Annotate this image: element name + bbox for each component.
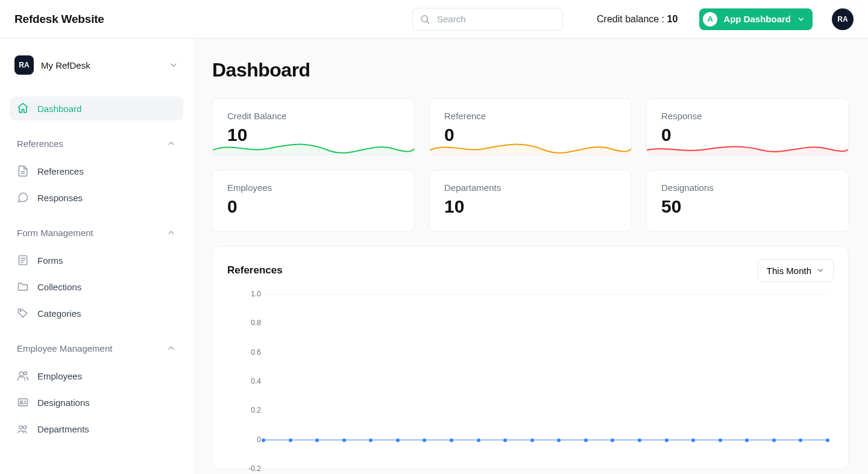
chart-line [263,440,828,440]
chart-point [638,438,641,442]
stat-label: Employees [227,182,400,193]
y-axis-tick: 1.0 [227,290,261,298]
chart-point [826,438,829,442]
chart-point [665,438,668,442]
home-icon [17,102,29,114]
workspace-badge: RA [14,55,34,75]
sidebar-item-dashboard[interactable]: Dashboard [10,96,183,120]
y-axis-tick: 0.2 [227,406,261,414]
sparkline [647,137,849,155]
chevron-down-icon [169,60,178,70]
chart-point [691,438,695,442]
period-label: This Month [767,266,811,276]
chart-point [584,438,588,442]
sidebar-item-label: Designations [37,398,90,408]
sidebar-item-label: Responses [37,193,83,203]
section-label: References [17,139,63,149]
chart-point [745,438,749,442]
sidebar-item-label: Dashboard [37,104,81,114]
stats-grid: Credit Balance 10 Reference 0 Response 0… [212,98,849,232]
stat-card-designations: Designations 50 [646,170,849,232]
chart-point [799,438,802,442]
credit-label: Credit balance : [597,14,667,24]
tag-icon [17,307,29,319]
stat-label: Departaments [444,182,617,193]
chart-card: References This Month 1.00.80.60.40.20-0… [212,246,849,469]
chart-point [503,438,507,442]
section-label: Form Management [17,228,93,238]
chevron-up-icon [166,228,176,237]
chat-icon [17,192,29,204]
sidebar-item-departments[interactable]: Departments [10,417,183,441]
svg-point-8 [20,310,21,311]
stat-label: Credit Balance [227,111,400,121]
stat-card-reference: Reference 0 [429,98,632,155]
id-card-icon [17,396,29,408]
chevron-down-icon [797,15,805,23]
sidebar-item-categories[interactable]: Categories [10,301,183,325]
sidebar: RA My RefDesk Dashboard References Refer… [0,39,193,474]
chart-gridline [263,294,828,295]
svg-point-9 [19,372,24,376]
page-title: Dashboard [212,59,849,81]
chart-point [477,438,480,442]
sidebar-item-references[interactable]: References [10,159,183,183]
document-icon [17,165,29,177]
chart-point [369,438,373,442]
svg-point-0 [421,16,428,22]
stat-card-employees: Employees 0 [212,170,415,232]
stat-value: 0 [227,196,400,217]
chart-head: References This Month [227,259,834,282]
section-employee-head[interactable]: Employee Management [10,337,183,359]
app-dashboard-label: App Dashboard [723,14,791,24]
y-axis-tick: 0.6 [227,348,261,357]
main: Dashboard Credit Balance 10 Reference 0 … [193,39,868,474]
chart-point [396,438,400,442]
sidebar-item-designations[interactable]: Designations [10,390,183,414]
y-axis-tick: 0.4 [227,377,261,385]
folder-icon [17,281,29,293]
section-references-head[interactable]: References [10,133,183,154]
sparkline [430,137,632,155]
credit-balance: Credit balance : 10 [597,14,678,25]
chart-point [450,438,453,442]
chart-point [315,438,319,442]
sidebar-item-label: References [37,166,84,176]
svg-point-12 [20,401,22,403]
sidebar-item-responses[interactable]: Responses [10,186,183,210]
stat-label: Response [661,111,834,121]
app-dashboard-button[interactable]: A App Dashboard [699,8,813,30]
svg-point-14 [24,426,27,429]
y-axis-tick: 0.8 [227,319,261,327]
period-select[interactable]: This Month [758,259,834,282]
section-form-head[interactable]: Form Management [10,222,183,243]
logo: Refdesk Website [14,13,104,26]
sidebar-item-collections[interactable]: Collections [10,275,183,299]
form-icon [17,254,29,266]
workspace-name: My RefDesk [41,60,162,70]
chart-point [557,438,561,442]
sidebar-item-forms[interactable]: Forms [10,248,183,272]
chart-point [530,438,534,442]
svg-point-13 [19,426,22,429]
workspace-selector[interactable]: RA My RefDesk [10,48,183,82]
chart-point [262,438,265,442]
sidebar-item-employees[interactable]: Employees [10,364,183,388]
stat-label: Reference [444,111,617,121]
credit-value: 10 [667,14,678,24]
stat-label: Designations [661,182,834,193]
sidebar-item-label: Departments [37,424,89,434]
header: Refdesk Website Credit balance : 10 A Ap… [0,0,868,39]
svg-point-10 [24,372,27,375]
stat-card-departments: Departaments 10 [429,170,632,232]
stat-card-response: Response 0 [646,98,849,155]
section-label: Employee Management [17,343,112,354]
users-icon [17,370,29,382]
chevron-up-icon [166,343,176,353]
avatar[interactable]: RA [832,8,854,30]
chart-area: 1.00.80.60.40.20-0.2 [227,294,834,469]
chart-point [289,438,292,442]
search-icon [420,14,430,25]
sidebar-item-label: Employees [37,371,82,381]
search-input[interactable] [412,8,563,31]
